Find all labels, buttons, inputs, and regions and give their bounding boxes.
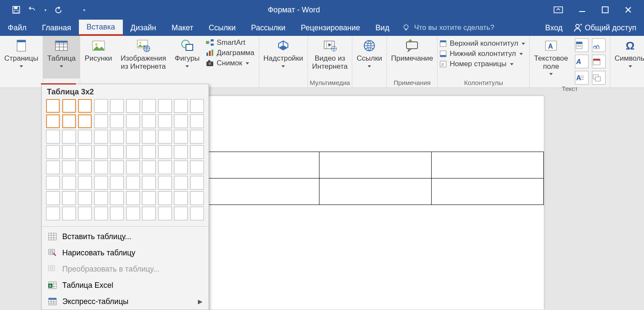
grid-cell[interactable] <box>142 114 156 128</box>
grid-cell[interactable] <box>94 114 108 128</box>
grid-cell[interactable] <box>78 191 92 205</box>
tab-design[interactable]: Дизайн <box>123 20 164 36</box>
grid-cell[interactable] <box>46 176 60 190</box>
grid-cell[interactable] <box>190 176 204 190</box>
maximize-icon[interactable] <box>601 6 609 14</box>
grid-cell[interactable] <box>190 99 204 113</box>
tab-file[interactable]: Файл <box>0 20 34 36</box>
grid-cell[interactable] <box>158 176 172 190</box>
grid-cell[interactable] <box>110 176 124 190</box>
grid-cell[interactable] <box>158 161 172 174</box>
signin-link[interactable]: Вход <box>545 23 563 32</box>
grid-cell[interactable] <box>142 176 156 190</box>
tab-references[interactable]: Ссылки <box>201 20 243 36</box>
grid-cell[interactable] <box>126 191 140 205</box>
grid-cell[interactable] <box>142 145 156 159</box>
grid-cell[interactable] <box>46 191 60 205</box>
signature-button[interactable] <box>592 38 606 52</box>
tab-view[interactable]: Вид <box>368 20 397 36</box>
grid-cell[interactable] <box>110 145 124 159</box>
table-button[interactable]: Таблица <box>43 36 80 79</box>
grid-cell[interactable] <box>62 130 76 143</box>
grid-cell[interactable] <box>46 99 60 113</box>
grid-cell[interactable] <box>46 130 60 143</box>
menu-insert-table[interactable]: Вставить таблицу... <box>42 228 209 245</box>
grid-cell[interactable] <box>94 130 108 143</box>
grid-cell[interactable] <box>174 176 188 190</box>
quick-parts-button[interactable] <box>575 38 589 52</box>
grid-cell[interactable] <box>62 145 76 159</box>
grid-cell[interactable] <box>190 161 204 174</box>
share-button[interactable]: + Общий доступ <box>573 23 636 32</box>
grid-cell[interactable] <box>110 99 124 113</box>
grid-cell[interactable] <box>78 145 92 159</box>
grid-cell[interactable] <box>62 161 76 174</box>
grid-cell[interactable] <box>94 145 108 159</box>
table-row[interactable] <box>207 178 544 205</box>
pages-button[interactable]: Страницы <box>0 36 43 79</box>
grid-cell[interactable] <box>142 99 156 113</box>
grid-cell[interactable] <box>126 161 140 174</box>
grid-cell[interactable] <box>126 130 140 143</box>
menu-excel-table[interactable]: X Таблица Excel <box>42 277 209 293</box>
redo-icon[interactable] <box>54 6 63 14</box>
grid-cell[interactable] <box>62 191 76 205</box>
grid-cell[interactable] <box>126 145 140 159</box>
date-time-button[interactable] <box>592 55 606 68</box>
grid-cell[interactable] <box>94 161 108 174</box>
grid-cell[interactable] <box>142 130 156 143</box>
links-button[interactable]: Ссылки <box>352 36 386 79</box>
save-icon[interactable] <box>12 6 20 14</box>
menu-draw-table[interactable]: Нарисовать таблицу <box>42 245 209 261</box>
grid-cell[interactable] <box>94 99 108 113</box>
grid-cell[interactable] <box>158 145 172 159</box>
tell-me-box[interactable]: Что вы хотите сделать? <box>402 20 494 36</box>
grid-cell[interactable] <box>174 145 188 159</box>
document-table[interactable] <box>207 152 544 205</box>
grid-cell[interactable] <box>94 191 108 205</box>
grid-cell[interactable] <box>174 207 188 220</box>
menu-quick-tables[interactable]: Экспресс-таблицы ▶ <box>42 293 209 310</box>
table-size-grid[interactable] <box>42 99 209 225</box>
grid-cell[interactable] <box>110 161 124 174</box>
shapes-button[interactable]: Фигуры <box>170 36 204 79</box>
footer-button[interactable]: Нижний колонтитул <box>439 50 525 58</box>
grid-cell[interactable] <box>190 207 204 220</box>
smartart-button[interactable]: SmartArt <box>206 38 254 47</box>
online-pictures-button[interactable]: Изображения из Интернета <box>116 36 171 79</box>
pictures-button[interactable]: Рисунки <box>80 36 116 79</box>
grid-cell[interactable] <box>126 114 140 128</box>
tab-home[interactable]: Главная <box>34 20 79 36</box>
grid-cell[interactable] <box>174 161 188 174</box>
header-button[interactable]: Верхний колонтитул <box>439 39 525 48</box>
tab-review[interactable]: Рецензирование <box>293 20 368 36</box>
ribbon-options-icon[interactable] <box>554 6 563 13</box>
grid-cell[interactable] <box>190 114 204 128</box>
grid-cell[interactable] <box>158 130 172 143</box>
grid-cell[interactable] <box>78 130 92 143</box>
grid-cell[interactable] <box>174 191 188 205</box>
grid-cell[interactable] <box>78 207 92 220</box>
grid-cell[interactable] <box>158 114 172 128</box>
grid-cell[interactable] <box>158 191 172 205</box>
grid-cell[interactable] <box>110 130 124 143</box>
grid-cell[interactable] <box>174 114 188 128</box>
grid-cell[interactable] <box>94 176 108 190</box>
comment-button[interactable]: Примечание <box>387 36 437 79</box>
grid-cell[interactable] <box>190 145 204 159</box>
tab-mailings[interactable]: Рассылки <box>244 20 293 36</box>
grid-cell[interactable] <box>174 99 188 113</box>
grid-cell[interactable] <box>78 114 92 128</box>
grid-cell[interactable] <box>46 114 60 128</box>
grid-cell[interactable] <box>62 176 76 190</box>
grid-cell[interactable] <box>142 207 156 220</box>
object-button[interactable] <box>592 71 606 85</box>
grid-cell[interactable] <box>46 145 60 159</box>
grid-cell[interactable] <box>62 207 76 220</box>
grid-cell[interactable] <box>126 99 140 113</box>
grid-cell[interactable] <box>158 99 172 113</box>
table-row[interactable] <box>207 152 544 178</box>
addins-button[interactable]: Надстройки <box>259 36 307 79</box>
grid-cell[interactable] <box>46 207 60 220</box>
grid-cell[interactable] <box>62 99 76 113</box>
